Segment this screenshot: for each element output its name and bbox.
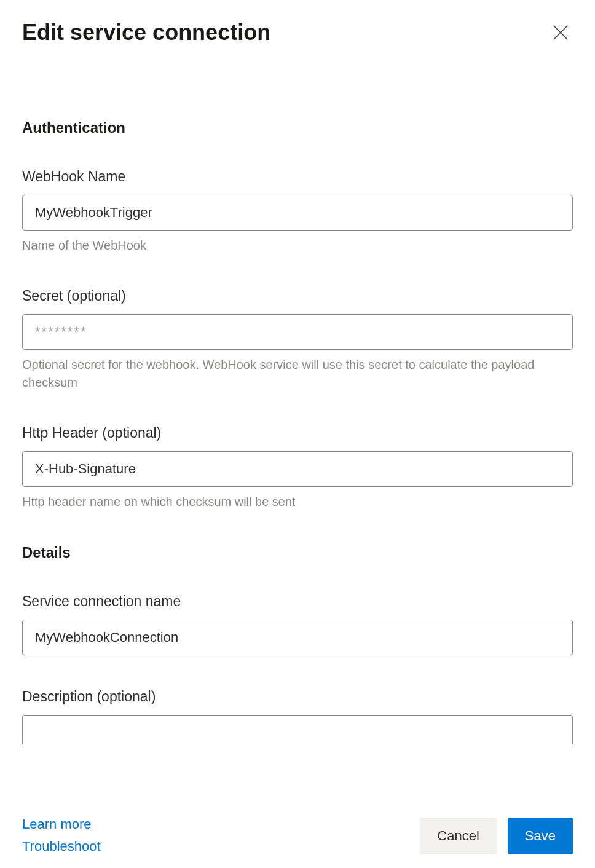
service-connection-name-field: Service connection name (22, 593, 573, 655)
footer-links: Learn more Troubleshoot (22, 816, 101, 854)
http-header-input[interactable] (22, 451, 573, 487)
details-section: Details Service connection name Descript… (22, 544, 573, 744)
close-button[interactable] (548, 20, 573, 45)
http-header-label: Http Header (optional) (22, 425, 573, 441)
details-heading: Details (22, 544, 573, 561)
authentication-heading: Authentication (22, 119, 573, 136)
http-header-help: Http header name on which checksum will … (22, 493, 573, 511)
close-icon (551, 23, 570, 42)
service-connection-name-input[interactable] (22, 620, 573, 655)
webhook-name-label: WebHook Name (22, 168, 573, 185)
dialog-footer: Learn more Troubleshoot Cancel Save (0, 816, 595, 854)
secret-input[interactable] (22, 314, 573, 350)
webhook-name-input[interactable] (22, 195, 573, 231)
description-label: Description (optional) (22, 688, 573, 705)
webhook-name-help: Name of the WebHook (22, 237, 573, 254)
edit-service-connection-dialog: Edit service connection Authentication W… (0, 0, 595, 744)
cancel-button[interactable]: Cancel (420, 818, 496, 854)
description-field: Description (optional) (22, 688, 573, 744)
secret-label: Secret (optional) (22, 288, 573, 304)
save-button[interactable]: Save (508, 818, 573, 854)
learn-more-link[interactable]: Learn more (22, 816, 101, 832)
http-header-field: Http Header (optional) Http header name … (22, 425, 573, 511)
dialog-header: Edit service connection (22, 20, 573, 45)
webhook-name-field: WebHook Name Name of the WebHook (22, 168, 573, 254)
dialog-title: Edit service connection (22, 20, 270, 45)
footer-buttons: Cancel Save (420, 818, 573, 854)
description-input[interactable] (22, 715, 573, 744)
troubleshoot-link[interactable]: Troubleshoot (22, 838, 101, 854)
service-connection-name-label: Service connection name (22, 593, 573, 610)
secret-help: Optional secret for the webhook. WebHook… (22, 356, 573, 392)
secret-field: Secret (optional) Optional secret for th… (22, 288, 573, 392)
